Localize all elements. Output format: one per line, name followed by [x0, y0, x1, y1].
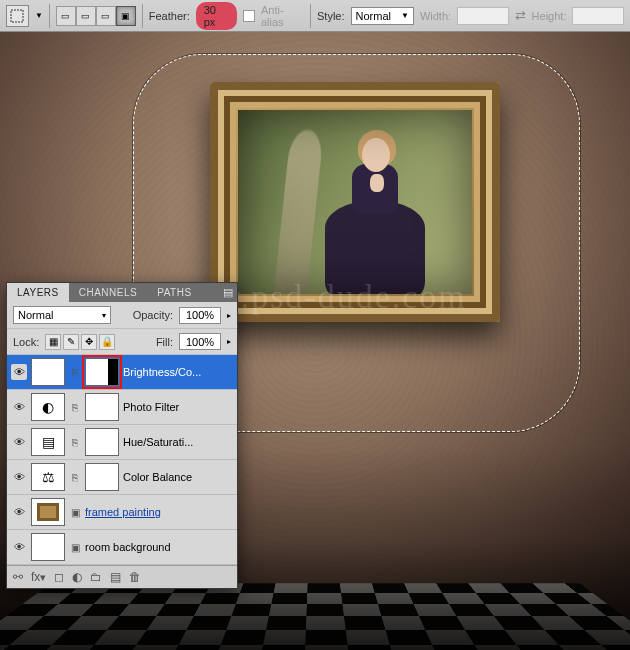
svg-rect-0 — [11, 10, 23, 22]
brightness-icon: ☀ — [42, 364, 55, 380]
adjustment-thumb[interactable]: ◐ — [31, 393, 65, 421]
lock-all-button[interactable]: 🔒 — [99, 334, 115, 350]
height-input — [572, 7, 624, 25]
marquee-tool-indicator[interactable] — [6, 5, 29, 27]
lock-buttons: ▦ ✎ ✥ 🔒 — [45, 334, 115, 350]
layers-panel: LAYERS CHANNELS PATHS ▤ Normal ▾ Opacity… — [6, 282, 238, 589]
swap-dimensions-icon: ⇄ — [515, 8, 526, 23]
panel-footer: ⚯ fx▾ ◻ ◐ 🗀 ▤ 🗑 — [7, 565, 237, 588]
layer-mask-thumb[interactable] — [85, 463, 119, 491]
layer-name[interactable]: Hue/Saturati... — [123, 436, 233, 448]
layer-color-balance[interactable]: 👁 ⚖ ⎘ Color Balance — [7, 460, 237, 495]
selection-mode-add[interactable]: ▭ — [76, 6, 96, 26]
panel-menu-icon[interactable]: ▤ — [219, 283, 237, 302]
lock-label: Lock: — [13, 336, 39, 348]
adjustment-thumb[interactable]: ⚖ — [31, 463, 65, 491]
mask-link-icon[interactable]: ⎘ — [69, 402, 81, 413]
tab-layers[interactable]: LAYERS — [7, 283, 69, 303]
delete-layer-icon[interactable]: 🗑 — [129, 570, 141, 584]
photo-filter-icon: ◐ — [42, 399, 54, 415]
layer-photo-filter[interactable]: 👁 ◐ ⎘ Photo Filter — [7, 390, 237, 425]
lock-fill-row: Lock: ▦ ✎ ✥ 🔒 Fill: 100% ▸ — [7, 329, 237, 355]
fill-flyout-icon[interactable]: ▸ — [227, 337, 231, 346]
style-select[interactable]: Normal ▼ — [351, 7, 414, 25]
divider — [142, 4, 143, 28]
anti-alias-checkbox — [243, 10, 255, 22]
tool-preset-chevron-icon[interactable]: ▼ — [35, 11, 43, 20]
layer-mask-thumb[interactable] — [85, 358, 119, 386]
new-group-icon[interactable]: 🗀 — [90, 570, 102, 584]
visibility-toggle[interactable]: 👁 — [11, 469, 27, 485]
fill-label: Fill: — [156, 336, 173, 348]
anti-alias-label: Anti-alias — [261, 4, 304, 28]
link-layers-icon[interactable]: ⚯ — [13, 570, 23, 584]
layer-mask-thumb[interactable] — [85, 428, 119, 456]
opacity-flyout-icon[interactable]: ▸ — [227, 311, 231, 320]
feather-label: Feather: — [149, 10, 190, 22]
layer-room-background[interactable]: 👁 ▣ room background — [7, 530, 237, 565]
style-label: Style: — [317, 10, 345, 22]
adjustment-thumb[interactable]: ☀ — [31, 358, 65, 386]
blend-mode-select[interactable]: Normal ▾ — [13, 306, 111, 324]
visibility-toggle[interactable]: 👁 — [11, 364, 27, 380]
layer-thumb[interactable] — [31, 498, 65, 526]
divider — [310, 4, 311, 28]
divider — [49, 4, 50, 28]
width-label: Width: — [420, 10, 451, 22]
options-bar: ▼ ▭ ▭ ▭ ▣ Feather: 30 px Anti-alias Styl… — [0, 0, 630, 32]
color-balance-icon: ⚖ — [42, 469, 55, 485]
height-label: Height: — [532, 10, 567, 22]
selection-mode-group: ▭ ▭ ▭ ▣ — [56, 6, 136, 26]
add-mask-icon[interactable]: ◻ — [54, 570, 64, 584]
layer-brightness-contrast[interactable]: 👁 ☀ ⎘ Brightness/Co... — [7, 355, 237, 390]
rectangular-marquee-icon — [10, 9, 24, 23]
mask-link-icon[interactable]: ⎘ — [69, 437, 81, 448]
painting-thumb-icon — [37, 503, 59, 521]
width-input — [457, 7, 509, 25]
smart-object-badge: ▣ — [69, 542, 81, 553]
lock-pixels-button[interactable]: ✎ — [63, 334, 79, 350]
visibility-toggle[interactable]: 👁 — [11, 399, 27, 415]
visibility-toggle[interactable]: 👁 — [11, 539, 27, 555]
layers-list: 👁 ☀ ⎘ Brightness/Co... 👁 ◐ ⎘ Photo Filte… — [7, 355, 237, 565]
layer-name[interactable]: framed painting — [85, 506, 233, 518]
chevron-down-icon: ▼ — [401, 11, 409, 20]
layer-thumb[interactable] — [31, 533, 65, 561]
layer-name[interactable]: Photo Filter — [123, 401, 233, 413]
visibility-toggle[interactable]: 👁 — [11, 434, 27, 450]
fill-input[interactable]: 100% — [179, 333, 221, 350]
selection-mode-subtract[interactable]: ▭ — [96, 6, 116, 26]
hue-saturation-icon: ▤ — [42, 434, 55, 450]
panel-tabs: LAYERS CHANNELS PATHS ▤ — [7, 283, 237, 302]
blend-opacity-row: Normal ▾ Opacity: 100% ▸ — [7, 302, 237, 329]
feather-input[interactable]: 30 px — [196, 2, 238, 30]
new-layer-icon[interactable]: ▤ — [110, 570, 121, 584]
blend-mode-value: Normal — [18, 309, 53, 321]
selection-mode-new[interactable]: ▭ — [56, 6, 76, 26]
layer-style-icon[interactable]: fx▾ — [31, 570, 46, 584]
layer-name[interactable]: Color Balance — [123, 471, 233, 483]
layer-framed-painting[interactable]: 👁 ▣ framed painting — [7, 495, 237, 530]
layer-name[interactable]: room background — [85, 541, 233, 553]
lock-transparency-button[interactable]: ▦ — [45, 334, 61, 350]
tab-paths[interactable]: PATHS — [147, 283, 201, 302]
opacity-input[interactable]: 100% — [179, 307, 221, 324]
mask-link-icon[interactable]: ⎘ — [69, 472, 81, 483]
style-value: Normal — [356, 10, 391, 22]
layer-name[interactable]: Brightness/Co... — [123, 366, 233, 378]
mask-link-icon[interactable]: ⎘ — [69, 367, 81, 378]
tab-channels[interactable]: CHANNELS — [69, 283, 147, 302]
layer-mask-thumb[interactable] — [85, 393, 119, 421]
layer-hue-saturation[interactable]: 👁 ▤ ⎘ Hue/Saturati... — [7, 425, 237, 460]
selection-mode-intersect[interactable]: ▣ — [116, 6, 136, 26]
lock-position-button[interactable]: ✥ — [81, 334, 97, 350]
adjustment-thumb[interactable]: ▤ — [31, 428, 65, 456]
new-adjustment-icon[interactable]: ◐ — [72, 570, 82, 584]
chevron-down-icon: ▾ — [102, 311, 106, 320]
opacity-label: Opacity: — [133, 309, 173, 321]
visibility-toggle[interactable]: 👁 — [11, 504, 27, 520]
smart-object-badge: ▣ — [69, 507, 81, 518]
